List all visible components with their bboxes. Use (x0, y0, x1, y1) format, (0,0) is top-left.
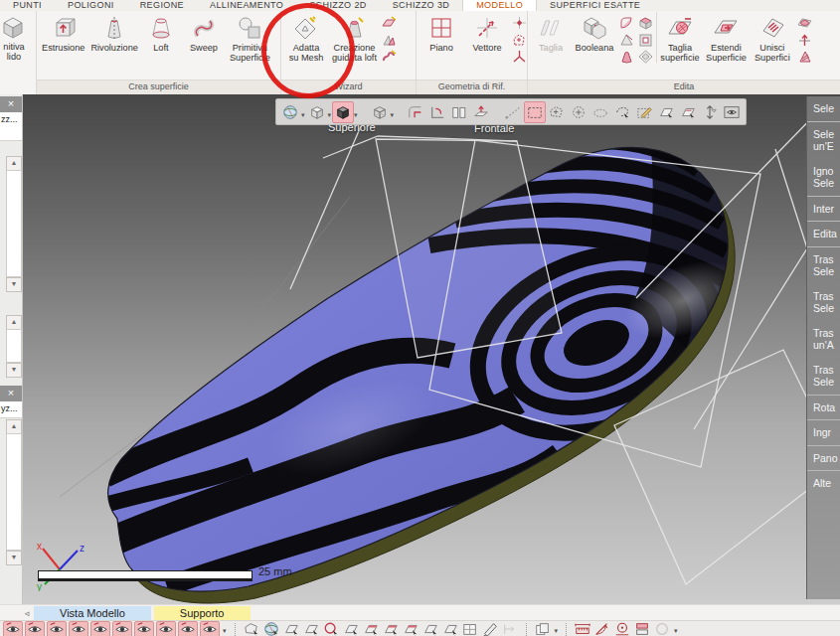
select-polygon-icon[interactable] (546, 101, 568, 123)
ribbon-tab-schizzo-2d[interactable]: SCHIZZO 2D (296, 0, 380, 11)
dock-close-button[interactable]: × (0, 386, 22, 401)
select-ellipse-icon[interactable] (589, 101, 611, 123)
visibility-lines-icon[interactable] (112, 621, 132, 636)
scrollbar-track[interactable] (6, 170, 22, 277)
unisci-superfici-button[interactable]: Unisci Superfici (750, 12, 795, 63)
render-mode-icon[interactable] (279, 101, 301, 123)
visibility-anchors-icon[interactable] (178, 621, 198, 636)
measure-diameter-icon[interactable] (613, 622, 631, 636)
estrusione-button[interactable]: Estrusione (39, 12, 87, 53)
vettore-button[interactable]: Vettore (464, 12, 510, 53)
pick-sketch-icon[interactable] (481, 622, 499, 636)
measure-angle-icon[interactable] (593, 622, 611, 636)
visibility-planes-icon[interactable] (134, 621, 154, 636)
context-menu-item[interactable]: Tras Sele (807, 358, 840, 396)
loft-button[interactable]: Loft (141, 12, 181, 53)
pick-surface-c-icon[interactable] (342, 622, 360, 636)
booleana-button[interactable]: Booleana (572, 12, 617, 53)
pick-surface-e-icon[interactable] (441, 622, 459, 636)
ribbon-tab-regione[interactable]: REGIONE (127, 0, 197, 11)
context-menu-item[interactable]: Sele (807, 96, 840, 122)
ref-polygon-icon[interactable] (512, 33, 527, 47)
measure-thickness-icon[interactable] (633, 622, 651, 636)
context-menu-item[interactable]: Ingr (807, 420, 840, 446)
double-cone-icon[interactable] (382, 33, 397, 47)
pick-mesh-icon[interactable] (243, 622, 260, 636)
cone-pink-icon[interactable] (619, 50, 634, 64)
curve-wand-icon[interactable] (382, 50, 397, 64)
diamond-face-icon[interactable] (638, 50, 653, 64)
shaded-cube-icon[interactable] (332, 101, 354, 123)
snap-line-icon[interactable] (502, 101, 524, 123)
ref-point-icon[interactable] (512, 16, 527, 30)
pick-surface-red-c-icon[interactable] (402, 622, 420, 636)
fillet-corner-icon[interactable] (619, 16, 634, 30)
dropdown-arrow-icon[interactable]: ▾ (301, 111, 305, 119)
select-lasso-icon[interactable] (611, 101, 633, 123)
split-view-icon[interactable] (448, 101, 470, 123)
visibility-sketches-icon[interactable] (47, 621, 67, 636)
scroll-up-icon[interactable]: ▲ (6, 419, 22, 434)
rivoluzione-button[interactable]: Rivoluzione (87, 12, 141, 53)
wedge-icon[interactable] (619, 33, 634, 47)
estendi-superficie-button[interactable]: Estendi Superficie (703, 12, 750, 63)
ribbon-tab-superfici-esatte[interactable]: SUPERFICI ESATTE (537, 0, 653, 11)
scrollbar-track[interactable] (6, 329, 22, 363)
tab-vista-modello[interactable]: Vista Modello (34, 606, 151, 621)
scroll-down-icon[interactable]: ▼ (6, 363, 22, 378)
dropdown-arrow-icon[interactable]: ▾ (328, 111, 332, 119)
context-menu-item[interactable]: Alte (807, 471, 840, 496)
pick-surface-d-icon[interactable] (421, 622, 439, 636)
pick-surface-red-a-icon[interactable] (362, 622, 380, 636)
surface-circle-icon[interactable] (797, 16, 812, 30)
ribbon-tab-punti[interactable]: PUNTI (0, 0, 55, 11)
scroll-down-icon[interactable]: ▼ (6, 277, 22, 292)
visibility-box-icon[interactable] (721, 101, 743, 123)
cube-red-top-icon[interactable] (638, 16, 653, 30)
dropdown-arrow-icon[interactable]: ▾ (674, 627, 678, 635)
pick-region-icon[interactable] (677, 101, 699, 123)
select-paint-icon[interactable] (633, 101, 655, 123)
select-rect-icon[interactable] (524, 101, 546, 123)
pick-render-globe-icon[interactable] (262, 622, 280, 636)
sweep-button[interactable]: Sweep (181, 12, 227, 53)
visibility-points-icon[interactable] (90, 621, 110, 636)
visibility-curves-icon[interactable] (69, 621, 88, 636)
visibility-wires-icon[interactable] (156, 621, 176, 636)
scroll-up-icon[interactable]: ▲ (6, 156, 22, 171)
viewport-3d[interactable]: ▾▾▾▾ Superiore Frontale x z y 25 mm (0, 94, 840, 604)
ribbon-tab-allineamento[interactable]: ALLINEAMENTO (197, 0, 296, 11)
hatched-cone-icon[interactable] (797, 50, 812, 64)
context-menu-item[interactable]: Pano (807, 446, 840, 472)
offset-arrow-icon[interactable] (797, 33, 812, 47)
context-menu-item[interactable]: Inter (807, 197, 840, 223)
piano-button[interactable]: Piano (419, 12, 464, 53)
ghost-cube-icon[interactable] (369, 101, 391, 123)
scroll-up-icon[interactable]: ▲ (6, 315, 22, 330)
measure-ruler-icon[interactable] (574, 622, 591, 636)
scroll-down-icon[interactable]: ▼ (6, 551, 22, 565)
context-menu-item[interactable]: Tras Sele (807, 284, 840, 321)
section-corner-icon[interactable] (405, 101, 426, 123)
pick-circle-icon[interactable] (322, 622, 340, 636)
pick-grid-icon[interactable] (461, 622, 479, 636)
drag-icon[interactable] (699, 101, 721, 123)
move-limit-icon[interactable] (501, 622, 519, 636)
dropdown-arrow-icon[interactable]: ▾ (223, 627, 227, 635)
select-circle-icon[interactable] (568, 101, 589, 123)
creazione-guidata-loft-button[interactable]: Creazione guidata loft (329, 12, 380, 63)
context-menu-item[interactable]: Tras un'A (807, 321, 840, 358)
taglia-superficie-button[interactable]: Taglia superficie (656, 12, 703, 63)
cube-hole-icon[interactable] (638, 33, 653, 47)
ribbon-tab-poligoni[interactable]: POLIGONI (55, 0, 127, 11)
pick-surface-b-icon[interactable] (302, 622, 320, 636)
taglia-button[interactable]: Taglia (530, 12, 572, 53)
dock-close-button[interactable]: × (0, 96, 22, 112)
ref-triad-icon[interactable] (512, 50, 527, 64)
tab-supporto[interactable]: Supporto (154, 606, 251, 621)
scrollbar-track[interactable] (6, 433, 22, 551)
visibility-surfaces-icon[interactable] (25, 621, 45, 636)
primitiva-superficie-button[interactable]: Primitiva Superficie (227, 12, 273, 63)
adatta-su-mesh-button[interactable]: Adatta su Mesh (283, 12, 329, 63)
back-arrow-icon[interactable]: ◃ (20, 608, 34, 618)
